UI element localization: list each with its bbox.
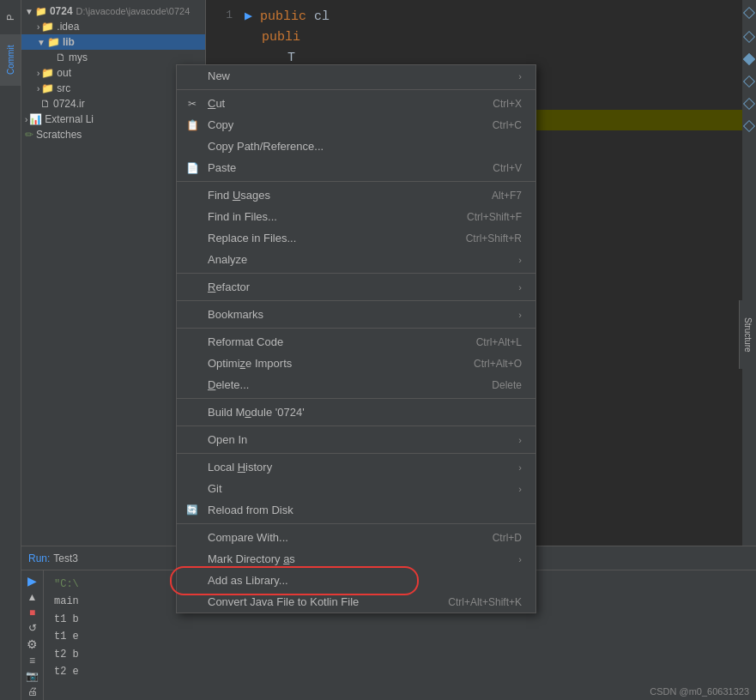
menu-item-compare-with[interactable]: Compare With... Ctrl+D (177, 527, 535, 548)
file-icon: 🗋 (56, 51, 66, 63)
menu-separator-6 (177, 398, 535, 399)
menu-separator-3 (177, 273, 535, 274)
arrow-icon: ▼ (25, 7, 33, 16)
run-tab-label: Run: (28, 552, 50, 564)
tree-item-path: D:\javacode\javacode\0724 (76, 6, 191, 16)
rerun-button[interactable]: ↺ (24, 622, 41, 634)
submenu-arrow-icon: › (518, 71, 522, 81)
camera-button[interactable]: 📷 (24, 670, 41, 682)
menu-item-reload[interactable]: 🔄 Reload from Disk (177, 499, 535, 521)
menu-item-build-module[interactable]: Build Module '0724' (177, 401, 535, 423)
menu-separator-4 (177, 300, 535, 301)
menu-item-label: Reformat Code (208, 335, 459, 348)
code-line-2: publi (245, 27, 756, 48)
shortcut-label: Ctrl+D (493, 532, 522, 544)
run-line-4: t1 e (54, 628, 79, 645)
menu-item-convert-java[interactable]: Convert Java File to Kotlin File Ctrl+Al… (177, 591, 535, 612)
arrow-icon: › (37, 22, 39, 32)
run-tab-test[interactable]: Test3 (53, 552, 78, 564)
menu-item-add-as-library[interactable]: Add as Library... (177, 570, 535, 591)
menu-item-label: New (208, 69, 511, 82)
layout-button[interactable]: ≡ (24, 655, 41, 667)
run-line-2: main (54, 593, 79, 610)
submenu-arrow-icon: › (518, 435, 522, 445)
tree-item-label: 0724.ir (53, 98, 85, 110)
menu-item-label: Compare With... (208, 531, 475, 544)
menu-item-open-in[interactable]: Open In › (177, 429, 535, 450)
menu-item-new[interactable]: New › (177, 65, 535, 87)
menu-item-paste[interactable]: 📄 Paste Ctrl+V (177, 157, 535, 178)
line-number: 1 (206, 7, 233, 25)
menu-item-label: Mark Directory as (208, 552, 511, 565)
shortcut-label: Ctrl+V (493, 162, 522, 174)
keyword-public2: publi (262, 30, 300, 45)
shortcut-label: Ctrl+Alt+Shift+K (448, 596, 522, 608)
project-tab[interactable]: P (0, 0, 21, 34)
tree-item-idea[interactable]: › 📁 .idea (21, 19, 205, 34)
arrow-icon: › (37, 69, 39, 78)
structure-tab[interactable]: Structure (739, 300, 756, 369)
menu-item-label: Build Module '0724' (208, 406, 522, 419)
settings-button[interactable]: ⚙ (24, 637, 41, 651)
menu-separator-1 (177, 89, 535, 90)
shortcut-label: Alt+F7 (492, 190, 522, 202)
tree-item-mys[interactable]: 🗋 mys (21, 50, 205, 65)
run-line-3: t1 b (54, 611, 79, 628)
menu-item-cut[interactable]: ✂ Cut Ctrl+X (177, 93, 535, 114)
menu-item-label: Open In (208, 433, 511, 446)
run-icon[interactable]: ▶ (245, 9, 252, 24)
menu-item-label: Find Usages (208, 189, 475, 202)
run-line-1: "C:\ (54, 576, 79, 593)
run-button[interactable]: ▶ (24, 574, 41, 588)
shortcut-label: Ctrl+X (493, 98, 522, 110)
commit-tab[interactable]: Commit (0, 34, 21, 86)
menu-item-bookmarks[interactable]: Bookmarks › (177, 304, 535, 325)
submenu-arrow-icon: › (518, 255, 522, 265)
menu-item-reformat[interactable]: Reformat Code Ctrl+Alt+L (177, 331, 535, 353)
shortcut-label: Ctrl+Shift+R (466, 232, 522, 244)
reload-icon: 🔄 (184, 504, 201, 516)
menu-item-mark-directory[interactable]: Mark Directory as › (177, 548, 535, 570)
run-line-6: t2 e (54, 663, 79, 680)
menu-separator-9 (177, 523, 535, 524)
tree-item-label: src (57, 82, 70, 94)
tree-item-lib[interactable]: ▼ 📁 lib (21, 34, 205, 50)
run-line-5: t2 b (54, 646, 79, 663)
submenu-arrow-icon: › (518, 310, 522, 320)
menu-item-copy-path[interactable]: Copy Path/Reference... (177, 136, 535, 157)
keyword-public: public (260, 9, 314, 24)
bottom-toolbar: ▶ ▲ ■ ↺ ⚙ ≡ 📷 🖨 ⊞ (21, 570, 44, 700)
menu-item-replace-in-files[interactable]: Replace in Files... Ctrl+Shift+R (177, 227, 535, 249)
type-T: T (287, 51, 295, 65)
menu-item-refactor[interactable]: Refactor › (177, 276, 535, 298)
menu-item-git[interactable]: Git › (177, 478, 535, 499)
ide-container: P Commit ▼ 📁 0724 D:\javacode\javacode\0… (0, 0, 756, 700)
gutter-marker-4 (743, 75, 755, 88)
submenu-arrow-icon: › (518, 462, 522, 473)
up-button[interactable]: ▲ (24, 591, 41, 603)
tree-item-root[interactable]: ▼ 📁 0724 D:\javacode\javacode\0724 (21, 3, 205, 19)
print-button[interactable]: 🖨 (24, 685, 41, 697)
menu-item-label: Copy Path/Reference... (208, 140, 522, 153)
menu-item-label: Find in Files... (208, 210, 450, 223)
shortcut-label: Ctrl+Shift+F (467, 211, 522, 223)
menu-separator-2 (177, 181, 535, 182)
paste-icon: 📄 (184, 162, 201, 174)
menu-item-label: Refactor (208, 281, 511, 293)
tree-item-label: lib (63, 36, 75, 48)
menu-item-delete[interactable]: Delete... Delete (177, 374, 535, 395)
menu-item-copy[interactable]: 📋 Copy Ctrl+C (177, 114, 535, 136)
menu-separator-7 (177, 425, 535, 426)
shortcut-label: Ctrl+Alt+O (474, 358, 522, 370)
tree-item-label: mys (69, 51, 88, 63)
arrow-icon: › (37, 84, 39, 94)
menu-item-optimize[interactable]: Optimize Imports Ctrl+Alt+O (177, 353, 535, 374)
folder-icon: 📁 (41, 21, 54, 33)
scratch-icon: ✏ (25, 129, 33, 141)
stop-button[interactable]: ■ (24, 606, 41, 619)
menu-item-find-in-files[interactable]: Find in Files... Ctrl+Shift+F (177, 206, 535, 227)
shortcut-label: Ctrl+Alt+L (476, 336, 522, 348)
menu-item-find-usages[interactable]: Find Usages Alt+F7 (177, 184, 535, 206)
menu-item-analyze[interactable]: Analyze › (177, 249, 535, 270)
menu-item-local-history[interactable]: Local History › (177, 456, 535, 478)
